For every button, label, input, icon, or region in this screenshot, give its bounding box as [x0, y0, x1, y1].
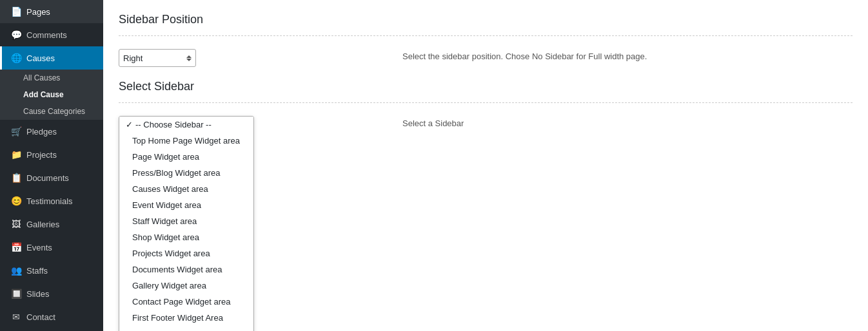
testimonials-icon: 😊: [11, 196, 21, 206]
sidebar-item-events[interactable]: 📅 Events: [0, 236, 103, 259]
sidebar-item-label: Events: [26, 243, 52, 252]
dropdown-option-13[interactable]: Second Footer Widget Area: [119, 326, 253, 331]
dropdown-option-9[interactable]: Documents Widget area: [119, 261, 253, 278]
staffs-icon: 👥: [11, 265, 21, 276]
sidebar-subitem-cause-categories[interactable]: Cause Categories: [0, 103, 103, 120]
dropdown-option-2[interactable]: Page Widget area: [119, 149, 253, 165]
causes-icon: 🌐: [11, 53, 21, 63]
sidebar-item-causes[interactable]: 🌐 Causes: [0, 46, 103, 70]
causes-submenu: All Causes Add Cause Cause Categories: [0, 70, 103, 120]
select-arrows: [186, 55, 192, 61]
sidebar-item-comments[interactable]: 💬 Comments: [0, 23, 103, 46]
sidebar-item-label: Comments: [26, 30, 67, 40]
sidebar-position-value: Right: [123, 53, 143, 63]
divider-1: [119, 35, 853, 36]
select-sidebar-hint: Select a Sidebar: [390, 116, 853, 128]
sidebar-item-testimonials[interactable]: 😊 Testimonials: [0, 189, 103, 213]
dropdown-option-10[interactable]: Gallery Widget area: [119, 278, 253, 294]
sidebar-item-projects[interactable]: 📁 Projects: [0, 143, 103, 166]
dropdown-option-3[interactable]: Press/Blog Widget area: [119, 165, 253, 181]
sidebar-item-label: Testimonials: [26, 196, 73, 206]
sidebar-item-label: Pledges: [26, 127, 57, 137]
dropdown-option-11[interactable]: Contact Page Widget area: [119, 294, 253, 310]
arrow-up-icon: [186, 55, 192, 58]
sidebar-dropdown-list[interactable]: -- Choose Sidebar --Top Home Page Widget…: [119, 116, 254, 331]
divider-2: [119, 102, 853, 103]
sidebar-item-label: Galleries: [26, 220, 59, 229]
sidebar-item-staffs[interactable]: 👥 Staffs: [0, 259, 103, 282]
sidebar-item-pages[interactable]: 📄 Pages: [0, 0, 103, 23]
sidebar: 📄 Pages 💬 Comments 🌐 Causes All Causes A…: [0, 0, 103, 331]
sidebar-subitem-add-cause[interactable]: Add Cause: [0, 86, 103, 103]
sidebar-item-galleries[interactable]: 🖼 Galleries: [0, 213, 103, 236]
sidebar-item-label: Contact: [26, 312, 55, 322]
projects-icon: 📁: [11, 149, 21, 160]
sidebar-item-label: Documents: [26, 173, 69, 183]
comments-icon: 💬: [11, 30, 21, 40]
sidebar-position-control: Right: [119, 49, 390, 67]
sidebar-item-label: Pages: [26, 7, 50, 17]
sidebar-item-documents[interactable]: 📋 Documents: [0, 166, 103, 189]
sidebar-item-label: Staffs: [26, 266, 48, 276]
dropdown-option-4[interactable]: Causes Widget area: [119, 181, 253, 197]
dropdown-option-6[interactable]: Staff Widget area: [119, 213, 253, 229]
sidebar-item-pledges[interactable]: 🛒 Pledges: [0, 120, 103, 143]
dropdown-option-7[interactable]: Shop Widget area: [119, 229, 253, 245]
select-sidebar-title: Select Sidebar: [119, 80, 853, 93]
pledges-icon: 🛒: [11, 126, 21, 137]
sidebar-subitem-all-causes[interactable]: All Causes: [0, 70, 103, 86]
galleries-icon: 🖼: [11, 219, 21, 229]
dropdown-option-0[interactable]: -- Choose Sidebar --: [119, 117, 253, 133]
dropdown-option-12[interactable]: First Footer Widget Area: [119, 310, 253, 326]
contact-icon: ✉: [11, 312, 21, 322]
select-sidebar-row: -- Choose Sidebar --Top Home Page Widget…: [119, 116, 853, 322]
main-content: Sidebar Position Right Select the sideba…: [103, 0, 868, 331]
events-icon: 📅: [11, 242, 21, 252]
sidebar-position-hint: Select the sidebar position. Chose No Si…: [390, 49, 853, 61]
sidebar-item-label: Causes: [26, 53, 55, 63]
dropdown-option-5[interactable]: Event Widget area: [119, 197, 253, 213]
sidebar-position-title: Sidebar Position: [119, 13, 853, 26]
dropdown-option-8[interactable]: Projects Widget area: [119, 245, 253, 261]
documents-icon: 📋: [11, 173, 21, 183]
arrow-down-icon: [186, 59, 192, 61]
sidebar-item-contact[interactable]: ✉ Contact: [0, 305, 103, 328]
slides-icon: 🔲: [11, 288, 21, 299]
sidebar-item-slides[interactable]: 🔲 Slides: [0, 282, 103, 305]
sidebar-item-label: Slides: [26, 289, 49, 299]
dropdown-option-1[interactable]: Top Home Page Widget area: [119, 133, 253, 149]
sidebar-item-label: Projects: [26, 150, 57, 160]
sidebar-position-row: Right Select the sidebar position. Chose…: [119, 49, 853, 67]
sidebar-position-select[interactable]: Right: [119, 49, 196, 67]
pages-icon: 📄: [11, 6, 21, 17]
